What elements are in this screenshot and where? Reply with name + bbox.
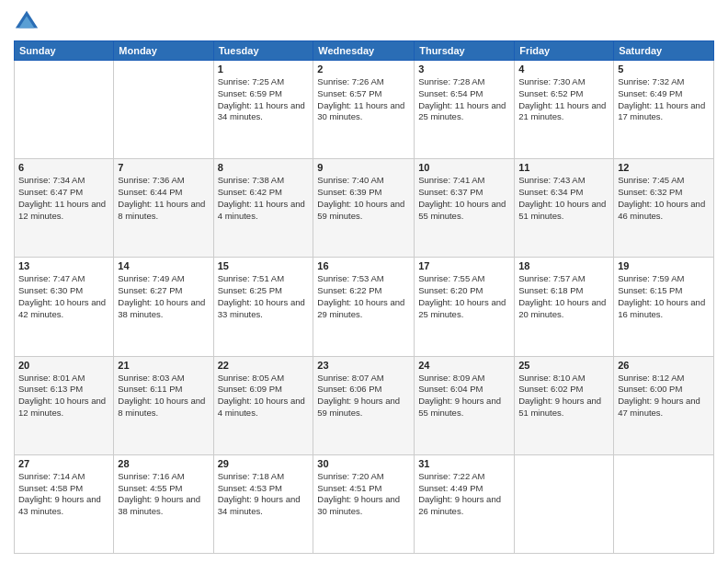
day-info: Sunrise: 7:26 AMSunset: 6:57 PMDaylight:… bbox=[317, 76, 404, 121]
day-info: Sunrise: 7:36 AMSunset: 6:44 PMDaylight:… bbox=[118, 175, 205, 220]
day-number: 31 bbox=[418, 458, 510, 469]
day-cell: 6 Sunrise: 7:34 AMSunset: 6:47 PMDayligh… bbox=[15, 159, 114, 258]
day-number: 5 bbox=[618, 63, 710, 75]
day-number: 19 bbox=[618, 260, 710, 271]
day-cell: 28 Sunrise: 7:16 AMSunset: 4:55 PMDaylig… bbox=[114, 454, 213, 553]
day-number: 7 bbox=[118, 162, 209, 173]
day-number: 1 bbox=[218, 63, 310, 75]
calendar-body: 1 Sunrise: 7:25 AMSunset: 6:59 PMDayligh… bbox=[15, 61, 714, 554]
day-number: 2 bbox=[317, 63, 410, 75]
page: SundayMondayTuesdayWednesdayThursdayFrid… bbox=[0, 0, 728, 563]
day-info: Sunrise: 7:40 AMSunset: 6:39 PMDaylight:… bbox=[317, 175, 404, 220]
week-row-3: 20 Sunrise: 8:01 AMSunset: 6:13 PMDaylig… bbox=[15, 356, 714, 454]
day-info: Sunrise: 7:32 AMSunset: 6:49 PMDaylight:… bbox=[618, 76, 705, 121]
day-number: 28 bbox=[118, 458, 209, 469]
day-cell: 30 Sunrise: 7:20 AMSunset: 4:51 PMDaylig… bbox=[313, 454, 415, 553]
day-info: Sunrise: 7:18 AMSunset: 4:53 PMDaylight:… bbox=[218, 471, 301, 516]
day-cell: 4 Sunrise: 7:30 AMSunset: 6:52 PMDayligh… bbox=[515, 61, 614, 159]
col-header-wednesday: Wednesday bbox=[313, 41, 415, 61]
day-info: Sunrise: 7:51 AMSunset: 6:25 PMDaylight:… bbox=[218, 273, 305, 318]
day-cell: 9 Sunrise: 7:40 AMSunset: 6:39 PMDayligh… bbox=[313, 159, 415, 258]
day-cell: 19 Sunrise: 7:59 AMSunset: 6:15 PMDaylig… bbox=[614, 258, 714, 356]
col-header-tuesday: Tuesday bbox=[213, 41, 313, 61]
day-info: Sunrise: 7:47 AMSunset: 6:30 PMDaylight:… bbox=[18, 273, 106, 318]
day-number: 20 bbox=[18, 360, 109, 371]
col-header-thursday: Thursday bbox=[415, 41, 515, 61]
col-header-saturday: Saturday bbox=[614, 41, 714, 61]
day-cell: 5 Sunrise: 7:32 AMSunset: 6:49 PMDayligh… bbox=[614, 61, 714, 159]
day-number: 4 bbox=[518, 63, 609, 75]
day-number: 18 bbox=[518, 260, 609, 271]
week-row-0: 1 Sunrise: 7:25 AMSunset: 6:59 PMDayligh… bbox=[15, 61, 714, 159]
day-number: 10 bbox=[418, 162, 510, 173]
day-cell: 24 Sunrise: 8:09 AMSunset: 6:04 PMDaylig… bbox=[415, 356, 515, 454]
day-cell: 17 Sunrise: 7:55 AMSunset: 6:20 PMDaylig… bbox=[415, 258, 515, 356]
day-info: Sunrise: 7:49 AMSunset: 6:27 PMDaylight:… bbox=[118, 273, 205, 318]
day-info: Sunrise: 7:34 AMSunset: 6:47 PMDaylight:… bbox=[18, 175, 106, 220]
day-cell: 21 Sunrise: 8:03 AMSunset: 6:11 PMDaylig… bbox=[114, 356, 213, 454]
day-cell bbox=[114, 61, 213, 159]
day-number: 30 bbox=[317, 458, 410, 469]
day-info: Sunrise: 8:07 AMSunset: 6:06 PMDaylight:… bbox=[317, 373, 400, 418]
day-info: Sunrise: 7:30 AMSunset: 6:52 PMDaylight:… bbox=[518, 76, 606, 121]
col-header-monday: Monday bbox=[114, 41, 213, 61]
day-number: 25 bbox=[518, 360, 609, 371]
day-number: 15 bbox=[218, 260, 310, 271]
day-cell: 20 Sunrise: 8:01 AMSunset: 6:13 PMDaylig… bbox=[15, 356, 114, 454]
header bbox=[14, 9, 714, 35]
day-info: Sunrise: 7:28 AMSunset: 6:54 PMDaylight:… bbox=[418, 76, 506, 121]
day-number: 11 bbox=[518, 162, 609, 173]
day-cell: 26 Sunrise: 8:12 AMSunset: 6:00 PMDaylig… bbox=[614, 356, 714, 454]
day-number: 6 bbox=[18, 162, 109, 173]
day-info: Sunrise: 8:12 AMSunset: 6:00 PMDaylight:… bbox=[618, 373, 700, 418]
day-cell: 2 Sunrise: 7:26 AMSunset: 6:57 PMDayligh… bbox=[313, 61, 415, 159]
day-number: 27 bbox=[18, 458, 109, 469]
day-info: Sunrise: 7:43 AMSunset: 6:34 PMDaylight:… bbox=[518, 175, 606, 220]
day-info: Sunrise: 8:05 AMSunset: 6:09 PMDaylight:… bbox=[218, 373, 305, 418]
day-cell: 31 Sunrise: 7:22 AMSunset: 4:49 PMDaylig… bbox=[415, 454, 515, 553]
day-cell: 23 Sunrise: 8:07 AMSunset: 6:06 PMDaylig… bbox=[313, 356, 415, 454]
day-cell: 25 Sunrise: 8:10 AMSunset: 6:02 PMDaylig… bbox=[515, 356, 614, 454]
day-number: 24 bbox=[418, 360, 510, 371]
day-info: Sunrise: 8:01 AMSunset: 6:13 PMDaylight:… bbox=[18, 373, 106, 418]
day-number: 3 bbox=[418, 63, 510, 75]
day-info: Sunrise: 7:45 AMSunset: 6:32 PMDaylight:… bbox=[618, 175, 705, 220]
day-info: Sunrise: 7:16 AMSunset: 4:55 PMDaylight:… bbox=[118, 471, 200, 516]
day-info: Sunrise: 7:22 AMSunset: 4:49 PMDaylight:… bbox=[418, 471, 501, 516]
day-number: 13 bbox=[18, 260, 109, 271]
col-header-friday: Friday bbox=[515, 41, 614, 61]
day-info: Sunrise: 7:59 AMSunset: 6:15 PMDaylight:… bbox=[618, 273, 705, 318]
day-info: Sunrise: 7:57 AMSunset: 6:18 PMDaylight:… bbox=[518, 273, 606, 318]
day-number: 17 bbox=[418, 260, 510, 271]
day-info: Sunrise: 8:10 AMSunset: 6:02 PMDaylight:… bbox=[518, 373, 601, 418]
calendar: SundayMondayTuesdayWednesdayThursdayFrid… bbox=[14, 40, 714, 554]
week-row-2: 13 Sunrise: 7:47 AMSunset: 6:30 PMDaylig… bbox=[15, 258, 714, 356]
day-cell: 18 Sunrise: 7:57 AMSunset: 6:18 PMDaylig… bbox=[515, 258, 614, 356]
day-cell: 29 Sunrise: 7:18 AMSunset: 4:53 PMDaylig… bbox=[213, 454, 313, 553]
day-number: 21 bbox=[118, 360, 209, 371]
day-number: 12 bbox=[618, 162, 710, 173]
day-cell: 15 Sunrise: 7:51 AMSunset: 6:25 PMDaylig… bbox=[213, 258, 313, 356]
day-number: 16 bbox=[317, 260, 410, 271]
day-info: Sunrise: 8:03 AMSunset: 6:11 PMDaylight:… bbox=[118, 373, 205, 418]
logo-icon bbox=[14, 9, 40, 35]
day-cell: 13 Sunrise: 7:47 AMSunset: 6:30 PMDaylig… bbox=[15, 258, 114, 356]
day-info: Sunrise: 7:55 AMSunset: 6:20 PMDaylight:… bbox=[418, 273, 506, 318]
day-info: Sunrise: 7:53 AMSunset: 6:22 PMDaylight:… bbox=[317, 273, 404, 318]
week-row-4: 27 Sunrise: 7:14 AMSunset: 4:58 PMDaylig… bbox=[15, 454, 714, 553]
day-cell: 7 Sunrise: 7:36 AMSunset: 6:44 PMDayligh… bbox=[114, 159, 213, 258]
col-header-sunday: Sunday bbox=[15, 41, 114, 61]
day-info: Sunrise: 8:09 AMSunset: 6:04 PMDaylight:… bbox=[418, 373, 501, 418]
day-number: 22 bbox=[218, 360, 310, 371]
logo bbox=[14, 9, 43, 35]
day-info: Sunrise: 7:20 AMSunset: 4:51 PMDaylight:… bbox=[317, 471, 400, 516]
day-cell: 14 Sunrise: 7:49 AMSunset: 6:27 PMDaylig… bbox=[114, 258, 213, 356]
day-cell: 12 Sunrise: 7:45 AMSunset: 6:32 PMDaylig… bbox=[614, 159, 714, 258]
day-cell bbox=[614, 454, 714, 553]
day-number: 14 bbox=[118, 260, 209, 271]
day-cell: 11 Sunrise: 7:43 AMSunset: 6:34 PMDaylig… bbox=[515, 159, 614, 258]
day-cell: 27 Sunrise: 7:14 AMSunset: 4:58 PMDaylig… bbox=[15, 454, 114, 553]
day-number: 9 bbox=[317, 162, 410, 173]
day-number: 26 bbox=[618, 360, 710, 371]
day-cell: 8 Sunrise: 7:38 AMSunset: 6:42 PMDayligh… bbox=[213, 159, 313, 258]
